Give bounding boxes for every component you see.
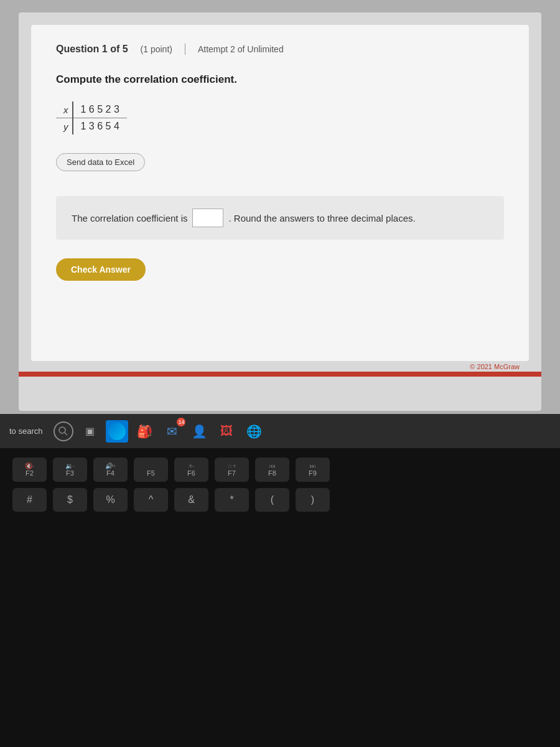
x-values: 1 6 5 2 3 xyxy=(73,101,127,118)
fn-key-f6[interactable]: ✳- F6 xyxy=(174,458,208,482)
question-number: Question 1 of 5 xyxy=(56,44,128,55)
edge-logo xyxy=(108,423,126,440)
sym-key-dollar[interactable]: $ xyxy=(53,488,87,512)
taskbar-window-button[interactable]: ▣ xyxy=(78,420,101,443)
question-header: Question 1 of 5 (1 point) Attempt 2 of U… xyxy=(56,44,504,55)
sym-key-percent[interactable]: % xyxy=(93,488,128,512)
table-row-y: y 1 3 6 5 4 xyxy=(56,118,127,135)
sym-key-asterisk[interactable]: * xyxy=(215,488,249,512)
answer-suffix-text: . Round the answers to three decimal pla… xyxy=(228,213,415,223)
answer-prefix-text: The correlation coefficient is xyxy=(72,213,187,223)
fn-key-f2[interactable]: 🔇- F2 xyxy=(12,458,47,482)
mail-badge: 14 xyxy=(177,418,185,426)
taskbar-person-icon[interactable]: 👤 xyxy=(188,420,210,443)
fn-key-f8[interactable]: ⏮ F8 xyxy=(255,458,289,482)
table-row-x: x 1 6 5 2 3 xyxy=(56,101,127,118)
taskbar-chrome-icon[interactable]: 🌐 xyxy=(243,420,265,443)
header-divider xyxy=(185,44,185,55)
taskbar-app-icon[interactable]: 🎒 xyxy=(133,420,156,443)
content-window: Question 1 of 5 (1 point) Attempt 2 of U… xyxy=(19,12,541,411)
fn-key-f7[interactable]: ☆+ F7 xyxy=(215,458,249,482)
copyright-text: © 2021 McGraw xyxy=(470,363,520,370)
sym-key-ampersand[interactable]: & xyxy=(174,488,208,512)
fn-key-f5[interactable]: F5 xyxy=(134,458,168,482)
svg-point-0 xyxy=(59,427,65,433)
sym-key-row: # $ % ^ & * ( ) xyxy=(0,485,560,518)
answer-section: The correlation coefficient is . Round t… xyxy=(56,196,504,240)
question-card: Question 1 of 5 (1 point) Attempt 2 of U… xyxy=(31,25,529,361)
taskbar-edge-icon[interactable] xyxy=(106,420,128,443)
correlation-input[interactable] xyxy=(192,209,223,227)
question-points: (1 point) xyxy=(141,44,172,54)
sym-key-close-paren[interactable]: ) xyxy=(296,488,330,512)
fn-key-f4[interactable]: 🔊+ F4 xyxy=(93,458,128,482)
data-table: x 1 6 5 2 3 y 1 3 6 5 4 xyxy=(56,101,127,134)
answer-prompt: The correlation coefficient is . Round t… xyxy=(72,209,488,227)
taskbar: to search ▣ 🎒 ✉ 14 👤 🖼 xyxy=(0,414,560,448)
sym-key-caret[interactable]: ^ xyxy=(134,488,168,512)
question-attempt: Attempt 2 of Unlimited xyxy=(198,44,284,54)
fn-key-f3[interactable]: 🔉- F3 xyxy=(53,458,87,482)
svg-line-1 xyxy=(65,433,67,435)
y-values: 1 3 6 5 4 xyxy=(73,118,127,135)
taskbar-search-button[interactable] xyxy=(54,421,73,441)
sym-key-hash[interactable]: # xyxy=(12,488,47,512)
fn-key-row: 🔇- F2 🔉- F3 🔊+ F4 F5 ✳- F6 ☆+ F7 ⏮ F8 ⏭ xyxy=(0,448,560,485)
sym-key-open-paren[interactable]: ( xyxy=(255,488,289,512)
taskbar-search-label: to search xyxy=(9,426,42,436)
taskbar-photo-icon[interactable]: 🖼 xyxy=(215,420,238,443)
x-label: x xyxy=(56,101,73,118)
question-prompt: Compute the correlation coefficient. xyxy=(56,73,504,86)
taskbar-mail-icon[interactable]: ✉ 14 xyxy=(161,420,183,443)
y-label: y xyxy=(56,118,73,135)
red-bar xyxy=(19,372,541,377)
keyboard-area: 🔇- F2 🔉- F3 🔊+ F4 F5 ✳- F6 ☆+ F7 ⏮ F8 ⏭ xyxy=(0,448,560,747)
screen-area: Question 1 of 5 (1 point) Attempt 2 of U… xyxy=(0,0,560,448)
check-answer-button[interactable]: Check Answer xyxy=(56,258,146,281)
send-excel-button[interactable]: Send data to Excel xyxy=(56,153,145,171)
fn-key-f9[interactable]: ⏭ F9 xyxy=(296,458,330,482)
question-body: Compute the correlation coefficient. x 1… xyxy=(56,73,504,281)
